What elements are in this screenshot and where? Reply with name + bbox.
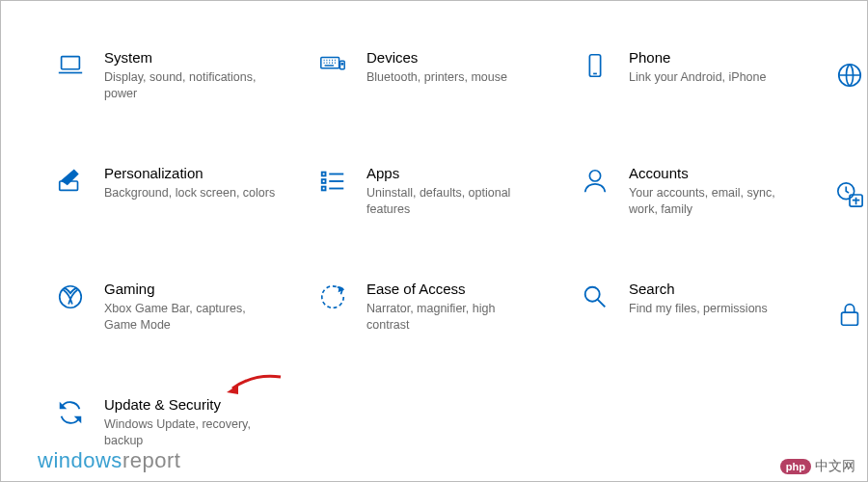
svg-point-12 (585, 287, 600, 302)
tile-title: Devices (366, 49, 507, 67)
tile-accounts[interactable]: Accounts Your accounts, email, sync, wor… (579, 165, 824, 232)
svg-point-3 (341, 63, 343, 65)
tile-desc: Windows Update, recovery, backup (104, 416, 278, 449)
tile-desc: Link your Android, iPhone (629, 69, 766, 86)
tile-title: Update & Security (104, 396, 278, 415)
tile-desc: Your accounts, email, sync, work, family (629, 185, 802, 218)
tile-ease-of-access[interactable]: Ease of Access Narrator, magnifier, high… (316, 281, 561, 348)
svg-rect-6 (322, 173, 326, 176)
lock-icon (835, 300, 864, 333)
tile-desc: Uninstall, defaults, optional features (366, 185, 540, 218)
tile-title: Search (629, 281, 768, 299)
keyboard-icon (316, 49, 349, 82)
list-icon (316, 165, 349, 198)
tile-system[interactable]: System Display, sound, notifications, po… (54, 49, 299, 117)
tile-search[interactable]: Search Find my files, permissions (579, 281, 824, 348)
watermark-windowsreport: windowsreport (38, 448, 180, 473)
search-icon (579, 281, 611, 313)
tile-personalization[interactable]: Personalization Background, lock screen,… (54, 165, 299, 232)
svg-rect-7 (322, 179, 326, 183)
tile-desc: Xbox Game Bar, captures, Game Mode (104, 301, 278, 334)
tile-title: Ease of Access (366, 281, 540, 299)
watermark-phpcn: php 中文网 (780, 458, 855, 475)
svg-point-9 (589, 171, 600, 181)
partial-right-column (832, 1, 867, 481)
tile-title: Phone (629, 49, 766, 67)
tile-desc: Find my files, permissions (629, 301, 768, 317)
tile-desc: Narrator, magnifier, high contrast (366, 301, 540, 334)
tile-desc: Display, sound, notifications, power (104, 69, 278, 102)
xbox-icon (54, 281, 87, 313)
settings-grid: System Display, sound, notifications, po… (1, 1, 867, 464)
person-icon (579, 165, 611, 198)
sync-icon (54, 396, 87, 429)
tile-title: System (104, 49, 278, 67)
paintbrush-icon (54, 165, 87, 198)
time-language-icon (835, 180, 864, 213)
tile-apps[interactable]: Apps Uninstall, defaults, optional featu… (316, 165, 561, 232)
tile-title: Accounts (629, 165, 802, 183)
phone-icon (579, 49, 611, 82)
tile-desc: Background, lock screen, colors (104, 185, 275, 201)
svg-rect-18 (842, 312, 858, 325)
svg-rect-8 (322, 187, 326, 191)
tile-devices[interactable]: Devices Bluetooth, printers, mouse (316, 49, 561, 117)
svg-rect-0 (62, 57, 80, 69)
svg-point-10 (60, 286, 82, 308)
laptop-icon (54, 49, 87, 82)
globe-icon (835, 61, 864, 94)
tile-title: Apps (366, 165, 540, 183)
tile-title: Personalization (104, 165, 275, 183)
tile-phone[interactable]: Phone Link your Android, iPhone (579, 49, 824, 117)
ease-of-access-icon (316, 281, 349, 313)
tile-desc: Bluetooth, printers, mouse (366, 69, 507, 86)
tile-title: Gaming (104, 281, 278, 299)
tile-gaming[interactable]: Gaming Xbox Game Bar, captures, Game Mod… (54, 281, 299, 348)
